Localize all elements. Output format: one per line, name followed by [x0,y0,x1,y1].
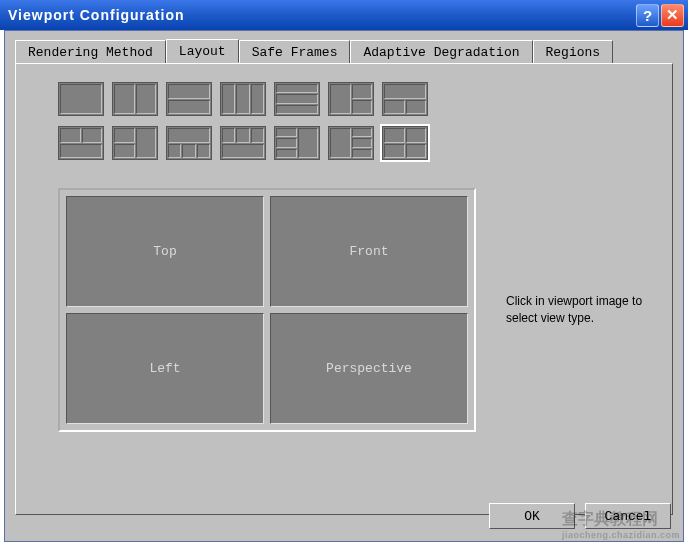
layout-preset-row-2 [58,126,658,160]
close-button[interactable]: ✕ [661,4,684,27]
preview-area: Top Front Left Perspective Click in view… [58,188,658,432]
help-icon: ? [643,7,652,24]
layout-preset-3col[interactable] [220,82,266,116]
layout-preset-3row[interactable] [274,82,320,116]
cancel-button[interactable]: Cancel [585,503,671,529]
tab-strip: Rendering Method Layout Safe Frames Adap… [15,39,673,63]
window-title: Viewport Configuration [8,7,634,23]
tab-panel-layout: Top Front Left Perspective Click in view… [15,63,673,515]
layout-preset-left3-right1[interactable] [274,126,320,160]
layout-preset-top1-bottom3[interactable] [166,126,212,160]
layout-preset-row-1 [58,82,658,116]
layout-preset-top2-bottom1[interactable] [58,126,104,160]
layout-preset-top1-bottom2[interactable] [382,82,428,116]
client-area: Rendering Method Layout Safe Frames Adap… [4,30,684,542]
tab-adaptive-degradation[interactable]: Adaptive Degradation [350,40,532,64]
layout-preset-single[interactable] [58,82,104,116]
titlebar: Viewport Configuration ? ✕ [0,0,688,30]
tab-regions[interactable]: Regions [533,40,614,64]
tab-rendering-method[interactable]: Rendering Method [15,40,166,64]
viewport-preview-frame: Top Front Left Perspective [58,188,476,432]
layout-preset-left1-right2[interactable] [328,82,374,116]
layout-preset-quad[interactable] [382,126,428,160]
layout-preset-left2-right1[interactable] [112,126,158,160]
layout-preset-2col[interactable] [112,82,158,116]
ok-button[interactable]: OK [489,503,575,529]
viewport-slot-perspective[interactable]: Perspective [270,313,468,424]
dialog-button-row: OK Cancel [489,503,671,529]
viewport-slot-left[interactable]: Left [66,313,264,424]
layout-preset-left1-right3[interactable] [328,126,374,160]
help-button[interactable]: ? [636,4,659,27]
layout-preset-2row[interactable] [166,82,212,116]
tab-layout[interactable]: Layout [166,39,239,63]
close-icon: ✕ [666,6,679,24]
hint-text: Click in viewport image to select view t… [506,293,646,327]
tab-safe-frames[interactable]: Safe Frames [239,40,351,64]
viewport-slot-front[interactable]: Front [270,196,468,307]
layout-preset-top3-bottom1[interactable] [220,126,266,160]
viewport-slot-top[interactable]: Top [66,196,264,307]
